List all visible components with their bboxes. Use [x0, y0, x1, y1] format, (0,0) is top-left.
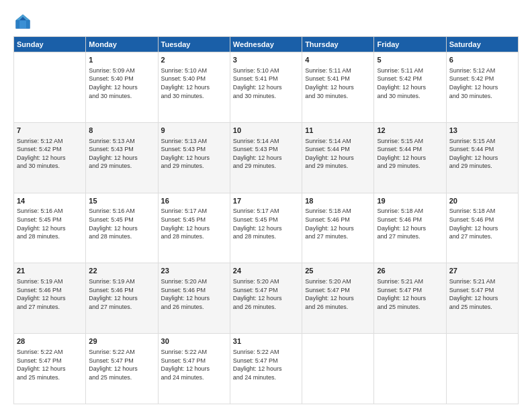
day-number: 26: [377, 266, 443, 276]
day-info: Sunrise: 5:22 AM Sunset: 5:47 PM Dayligh…: [89, 348, 154, 381]
calendar-cell: [14, 52, 86, 123]
day-info: Sunrise: 5:19 AM Sunset: 5:46 PM Dayligh…: [17, 277, 83, 311]
week-row-4: 21Sunrise: 5:19 AM Sunset: 5:46 PM Dayli…: [14, 263, 519, 334]
day-number: 17: [233, 196, 299, 206]
day-info: Sunrise: 5:20 AM Sunset: 5:47 PM Dayligh…: [233, 277, 299, 311]
calendar-cell: 21Sunrise: 5:19 AM Sunset: 5:46 PM Dayli…: [14, 263, 86, 334]
day-info: Sunrise: 5:22 AM Sunset: 5:47 PM Dayligh…: [233, 348, 299, 381]
day-number: 16: [161, 196, 227, 206]
calendar-cell: 18Sunrise: 5:18 AM Sunset: 5:46 PM Dayli…: [302, 193, 374, 263]
day-number: 21: [17, 266, 83, 276]
day-number: 23: [161, 266, 227, 276]
calendar-cell: 9Sunrise: 5:13 AM Sunset: 5:43 PM Daylig…: [158, 122, 230, 193]
day-number: 4: [305, 55, 371, 65]
calendar-cell: 26Sunrise: 5:21 AM Sunset: 5:47 PM Dayli…: [374, 263, 446, 334]
calendar-cell: 3Sunrise: 5:10 AM Sunset: 5:41 PM Daylig…: [230, 52, 302, 123]
day-info: Sunrise: 5:21 AM Sunset: 5:47 PM Dayligh…: [449, 277, 515, 311]
calendar-cell: 12Sunrise: 5:15 AM Sunset: 5:44 PM Dayli…: [374, 122, 446, 193]
calendar-cell: 8Sunrise: 5:13 AM Sunset: 5:43 PM Daylig…: [86, 122, 158, 193]
header: [13, 12, 519, 31]
day-number: 13: [449, 126, 515, 136]
day-info: Sunrise: 5:18 AM Sunset: 5:46 PM Dayligh…: [377, 207, 443, 240]
day-number: 29: [89, 336, 154, 347]
calendar-cell: 31Sunrise: 5:22 AM Sunset: 5:47 PM Dayli…: [230, 334, 302, 404]
day-number: 6: [449, 55, 515, 65]
day-info: Sunrise: 5:10 AM Sunset: 5:41 PM Dayligh…: [233, 66, 299, 100]
day-info: Sunrise: 5:11 AM Sunset: 5:41 PM Dayligh…: [305, 66, 371, 100]
column-header-friday: Friday: [374, 37, 446, 52]
day-number: 30: [161, 336, 227, 347]
day-info: Sunrise: 5:17 AM Sunset: 5:45 PM Dayligh…: [161, 207, 227, 240]
day-info: Sunrise: 5:15 AM Sunset: 5:44 PM Dayligh…: [449, 137, 515, 171]
week-row-1: 1Sunrise: 5:09 AM Sunset: 5:40 PM Daylig…: [14, 52, 519, 123]
day-number: 9: [161, 126, 227, 136]
day-info: Sunrise: 5:14 AM Sunset: 5:44 PM Dayligh…: [305, 137, 371, 171]
calendar-cell: 7Sunrise: 5:12 AM Sunset: 5:42 PM Daylig…: [14, 122, 86, 193]
calendar-cell: [446, 334, 518, 404]
day-number: 31: [233, 336, 299, 347]
day-number: 28: [17, 336, 83, 347]
day-info: Sunrise: 5:16 AM Sunset: 5:45 PM Dayligh…: [17, 207, 83, 240]
day-number: 15: [89, 196, 154, 206]
day-number: 14: [17, 196, 83, 206]
calendar-cell: 23Sunrise: 5:20 AM Sunset: 5:46 PM Dayli…: [158, 263, 230, 334]
svg-marker-5: [19, 20, 27, 28]
day-info: Sunrise: 5:10 AM Sunset: 5:40 PM Dayligh…: [161, 66, 227, 100]
day-info: Sunrise: 5:17 AM Sunset: 5:45 PM Dayligh…: [233, 207, 299, 240]
calendar-cell: 25Sunrise: 5:20 AM Sunset: 5:47 PM Dayli…: [302, 263, 374, 334]
calendar-cell: 30Sunrise: 5:22 AM Sunset: 5:47 PM Dayli…: [158, 334, 230, 404]
day-number: 3: [233, 55, 299, 65]
week-row-3: 14Sunrise: 5:16 AM Sunset: 5:45 PM Dayli…: [14, 193, 519, 263]
day-number: 22: [89, 266, 154, 276]
calendar-cell: 17Sunrise: 5:17 AM Sunset: 5:45 PM Dayli…: [230, 193, 302, 263]
day-info: Sunrise: 5:18 AM Sunset: 5:46 PM Dayligh…: [449, 207, 515, 240]
calendar-cell: 2Sunrise: 5:10 AM Sunset: 5:40 PM Daylig…: [158, 52, 230, 123]
day-number: 5: [377, 55, 443, 65]
calendar-cell: 20Sunrise: 5:18 AM Sunset: 5:46 PM Dayli…: [446, 193, 518, 263]
day-info: Sunrise: 5:18 AM Sunset: 5:46 PM Dayligh…: [305, 207, 371, 240]
day-info: Sunrise: 5:16 AM Sunset: 5:45 PM Dayligh…: [89, 207, 154, 240]
day-number: 7: [17, 126, 83, 136]
calendar-cell: 22Sunrise: 5:19 AM Sunset: 5:46 PM Dayli…: [86, 263, 158, 334]
day-number: 12: [377, 126, 443, 136]
week-row-5: 28Sunrise: 5:22 AM Sunset: 5:47 PM Dayli…: [14, 334, 519, 404]
week-row-2: 7Sunrise: 5:12 AM Sunset: 5:42 PM Daylig…: [14, 122, 519, 193]
day-info: Sunrise: 5:13 AM Sunset: 5:43 PM Dayligh…: [89, 137, 154, 171]
calendar-cell: 11Sunrise: 5:14 AM Sunset: 5:44 PM Dayli…: [302, 122, 374, 193]
calendar-cell: 24Sunrise: 5:20 AM Sunset: 5:47 PM Dayli…: [230, 263, 302, 334]
svg-marker-3: [26, 20, 30, 28]
header-row: SundayMondayTuesdayWednesdayThursdayFrid…: [14, 37, 519, 52]
logo: [13, 12, 35, 31]
day-info: Sunrise: 5:09 AM Sunset: 5:40 PM Dayligh…: [89, 66, 154, 100]
calendar-cell: 28Sunrise: 5:22 AM Sunset: 5:47 PM Dayli…: [14, 334, 86, 404]
calendar-cell: 4Sunrise: 5:11 AM Sunset: 5:41 PM Daylig…: [302, 52, 374, 123]
calendar-cell: 10Sunrise: 5:14 AM Sunset: 5:43 PM Dayli…: [230, 122, 302, 193]
day-info: Sunrise: 5:11 AM Sunset: 5:42 PM Dayligh…: [377, 66, 443, 100]
day-number: 24: [233, 266, 299, 276]
day-info: Sunrise: 5:13 AM Sunset: 5:43 PM Dayligh…: [161, 137, 227, 171]
calendar-cell: 15Sunrise: 5:16 AM Sunset: 5:45 PM Dayli…: [86, 193, 158, 263]
calendar-cell: [374, 334, 446, 404]
calendar-header: SundayMondayTuesdayWednesdayThursdayFrid…: [14, 37, 519, 52]
day-number: 27: [449, 266, 515, 276]
day-number: 19: [377, 196, 443, 206]
calendar-cell: 29Sunrise: 5:22 AM Sunset: 5:47 PM Dayli…: [86, 334, 158, 404]
column-header-wednesday: Wednesday: [230, 37, 302, 52]
day-info: Sunrise: 5:19 AM Sunset: 5:46 PM Dayligh…: [89, 277, 154, 311]
calendar-cell: 14Sunrise: 5:16 AM Sunset: 5:45 PM Dayli…: [14, 193, 86, 263]
column-header-thursday: Thursday: [302, 37, 374, 52]
logo-icon: [13, 12, 32, 31]
day-info: Sunrise: 5:21 AM Sunset: 5:47 PM Dayligh…: [377, 277, 443, 311]
day-number: 2: [161, 55, 227, 65]
calendar-cell: 16Sunrise: 5:17 AM Sunset: 5:45 PM Dayli…: [158, 193, 230, 263]
day-number: 1: [89, 55, 154, 65]
calendar-cell: 6Sunrise: 5:12 AM Sunset: 5:42 PM Daylig…: [446, 52, 518, 123]
day-info: Sunrise: 5:22 AM Sunset: 5:47 PM Dayligh…: [17, 348, 83, 381]
column-header-tuesday: Tuesday: [158, 37, 230, 52]
day-number: 11: [305, 126, 371, 136]
day-info: Sunrise: 5:20 AM Sunset: 5:46 PM Dayligh…: [161, 277, 227, 311]
day-info: Sunrise: 5:15 AM Sunset: 5:44 PM Dayligh…: [377, 137, 443, 171]
calendar-table: SundayMondayTuesdayWednesdayThursdayFrid…: [13, 36, 519, 404]
column-header-saturday: Saturday: [446, 37, 518, 52]
calendar-cell: 5Sunrise: 5:11 AM Sunset: 5:42 PM Daylig…: [374, 52, 446, 123]
